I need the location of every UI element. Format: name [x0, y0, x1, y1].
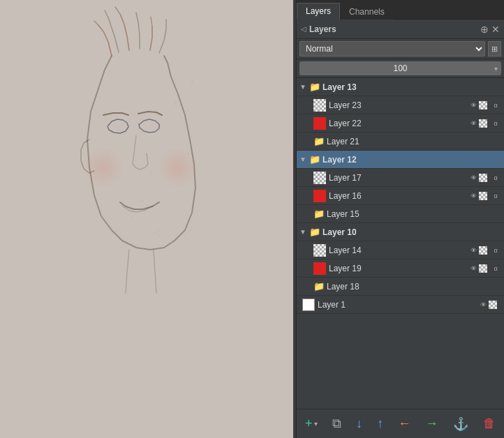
eye-icon: 👁: [469, 101, 477, 110]
alpha-icon: α: [491, 119, 500, 128]
bottom-toolbar: + ▾ ⧉ ↓ ↑ ← → ⚓ 🗑: [297, 409, 504, 438]
folder-icon: 📁: [313, 136, 325, 146]
layer-thumbnail: [313, 99, 326, 112]
layer-icons: 👁 α: [469, 246, 500, 255]
layer-name: Layer 16: [329, 191, 469, 201]
layer-grid-button[interactable]: ⊞: [488, 41, 501, 56]
layer-item[interactable]: Layer 1 👁: [297, 296, 504, 314]
eye-icon: 👁: [469, 246, 477, 255]
layer-item[interactable]: Layer 16 👁 α: [297, 187, 504, 205]
layer-icons: 👁 α: [469, 174, 500, 182]
layer-item-selected[interactable]: ▼ 📁 Layer 12: [297, 151, 504, 169]
pin-icon[interactable]: ⊕: [480, 24, 489, 35]
tab-layers[interactable]: Layers: [297, 3, 340, 20]
duplicate-layer-button[interactable]: ⧉: [329, 414, 344, 434]
layer-item[interactable]: ▼ 📁 Layer 10: [297, 223, 504, 241]
arrow-left-icon: ←: [398, 416, 410, 431]
layer-thumbnail: [313, 262, 326, 275]
tab-bar: Layers Channels: [297, 0, 504, 20]
anchor-icon: ⚓: [453, 416, 468, 432]
eye-icon: 👁: [469, 119, 477, 128]
group-expand-icon[interactable]: ▼: [299, 156, 308, 163]
layer-thumbnail: [313, 244, 326, 257]
blend-mode-select[interactable]: Normal: [299, 41, 485, 56]
opacity-bar[interactable]: 100 ▾: [299, 61, 501, 75]
duplicate-icon: ⧉: [332, 416, 341, 431]
alpha-icon: α: [491, 246, 500, 255]
layer-name: Layer 18: [327, 282, 501, 292]
folder-icon: 📁: [309, 82, 320, 92]
mask-thumb: [479, 264, 487, 273]
move-layer-right-button[interactable]: →: [423, 414, 441, 434]
mask-thumb: [479, 101, 487, 110]
mask-thumb: [479, 174, 487, 182]
layer-name: Layer 19: [329, 264, 469, 273]
arrow-right-icon: →: [426, 416, 438, 431]
layer-icons: 👁: [479, 301, 500, 309]
layer-name: Layer 13: [323, 82, 501, 92]
add-layer-button[interactable]: + ▾: [302, 414, 320, 434]
group-expand-icon[interactable]: ▼: [299, 83, 308, 91]
sketch-canvas: [0, 0, 293, 438]
layer-item[interactable]: Layer 19 👁 α: [297, 259, 504, 278]
panel-header: ◁ Layers ⊕ ✕: [297, 20, 504, 39]
group-expand-icon[interactable]: ▼: [299, 228, 308, 236]
layer-item[interactable]: Layer 14 👁 α: [297, 241, 504, 259]
layer-name: Layer 23: [329, 100, 469, 110]
mask-thumb: [479, 246, 487, 255]
layer-thumbnail: [313, 172, 326, 184]
layer-item[interactable]: 📁 Layer 21: [297, 133, 504, 151]
layer-name: Layer 1: [318, 300, 479, 310]
layer-name: Layer 10: [323, 227, 501, 237]
layer-name: Layer 12: [323, 155, 501, 165]
delete-icon: 🗑: [483, 416, 496, 431]
delete-layer-button[interactable]: 🗑: [480, 414, 498, 434]
folder-icon: 📁: [313, 209, 325, 219]
layer-icons: 👁 α: [469, 264, 500, 273]
layer-item[interactable]: Layer 22 👁 α: [297, 114, 504, 133]
layer-item[interactable]: Layer 17 👁 α: [297, 169, 504, 187]
layer-item[interactable]: Layer 23 👁 α: [297, 96, 504, 114]
eye-icon: 👁: [469, 264, 477, 273]
canvas-area[interactable]: [0, 0, 293, 438]
panel-header-icons: ⊕ ✕: [480, 24, 500, 35]
layer-item[interactable]: ▼ 📁 Layer 13: [297, 78, 504, 96]
tab-channels[interactable]: Channels: [340, 3, 394, 20]
anchor-layer-button[interactable]: ⚓: [450, 414, 471, 435]
mode-row: Normal ⊞: [297, 39, 504, 59]
layer-item[interactable]: 📁 Layer 15: [297, 205, 504, 223]
layer-icons: 👁 α: [469, 119, 500, 128]
layer-item[interactable]: 📁 Layer 18: [297, 278, 504, 296]
opacity-row[interactable]: 100 ▾: [297, 59, 504, 78]
mask-thumb: [479, 192, 487, 200]
opacity-value: 100: [300, 63, 501, 73]
alpha-icon: α: [491, 192, 500, 200]
arrow-up-icon: ↑: [377, 416, 383, 431]
add-icon: +: [305, 416, 313, 431]
layer-name: Layer 22: [329, 119, 469, 128]
panel-title: Layers: [309, 24, 480, 34]
eye-icon: 👁: [469, 174, 477, 182]
layer-thumbnail: [313, 190, 326, 202]
eye-icon: 👁: [479, 301, 487, 309]
folder-icon: 📁: [313, 281, 325, 292]
alpha-icon: α: [491, 264, 500, 273]
close-icon[interactable]: ✕: [491, 24, 500, 35]
move-layer-up-button[interactable]: ↑: [374, 414, 386, 434]
layer-name: Layer 14: [329, 246, 469, 255]
eye-icon: 👁: [469, 192, 477, 200]
move-layer-down-button[interactable]: ↓: [353, 414, 365, 434]
layer-thumbnail: [313, 117, 326, 130]
add-dropdown-arrow: ▾: [314, 420, 318, 428]
alpha-icon: α: [491, 174, 500, 182]
panel-arrow-icon: ◁: [301, 25, 306, 33]
layer-icons: 👁 α: [469, 192, 500, 200]
folder-icon: 📁: [309, 154, 320, 165]
alpha-icon: α: [491, 101, 500, 110]
arrow-down-icon: ↓: [356, 416, 362, 431]
layer-icons: 👁 α: [469, 101, 500, 110]
mask-thumb: [479, 119, 487, 128]
layer-name: Layer 17: [329, 173, 469, 183]
layers-list[interactable]: ▼ 📁 Layer 13 Layer 23 👁 α Layer 22 👁 α: [297, 78, 504, 409]
move-layer-left-button[interactable]: ←: [395, 414, 413, 434]
